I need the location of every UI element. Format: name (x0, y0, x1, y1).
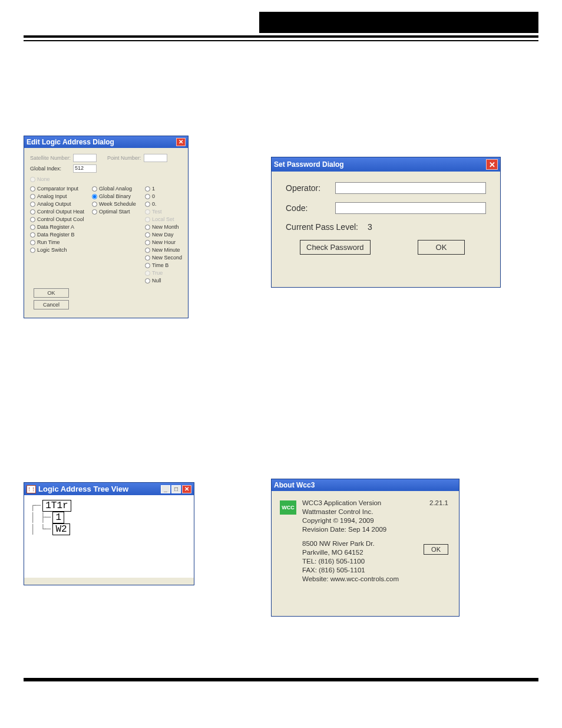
set-password-dialog: Set Password Dialog ✕ Operator: Code: Cu… (271, 157, 501, 288)
elad-radio-new-minute[interactable]: New Minute (145, 247, 182, 253)
elad-radio-new-second[interactable]: New Second (145, 255, 182, 261)
elad-radio-new-hour[interactable]: New Hour (145, 239, 182, 245)
footer-rule (24, 678, 538, 681)
elad-radio-control-output-heat[interactable]: Control Output Heat (30, 209, 88, 215)
about-fax: FAX: (816) 505-1101 (302, 566, 451, 574)
rule-thick (24, 35, 538, 38)
tree-root[interactable]: 1T1r (42, 500, 71, 512)
spd-cpl-value: 3 (368, 222, 372, 232)
about-titlebar[interactable]: About Wcc3 (272, 479, 459, 491)
elad-pt-field[interactable] (144, 154, 167, 162)
elad-radio-analog-output[interactable]: Analog Output (30, 201, 88, 207)
tree-child-2[interactable]: W2 (52, 523, 70, 535)
app-icon: ⋮⋮ (27, 485, 36, 493)
about-tel: TEL: (816) 505-1100 (302, 558, 451, 565)
elad-radio-none (30, 177, 35, 182)
about-version: 2.21.1 (429, 499, 451, 506)
ok-button[interactable]: OK (424, 544, 448, 555)
about-version-label: WCC3 Application Version (302, 499, 381, 506)
elad-radio-new-month[interactable]: New Month (145, 224, 182, 230)
elad-radio-data-register-a[interactable]: Data Register A (30, 224, 88, 230)
logic-address-tree-view: ⋮⋮ Logic Address Tree View _ □ ✕ ┌─1T1r … (24, 482, 194, 585)
elad-radio-0-[interactable]: 0. (145, 201, 182, 207)
elad-radio-global-analog[interactable]: Global Analog (92, 186, 141, 192)
tree-child-1[interactable]: 1 (52, 512, 64, 523)
close-icon[interactable]: ✕ (176, 138, 186, 146)
elad-radio-time-b[interactable]: Time B (145, 262, 182, 268)
elad-radio-week-schedule[interactable]: Week Schedule (92, 201, 141, 207)
tree-titlebar[interactable]: ⋮⋮ Logic Address Tree View _ □ ✕ (24, 483, 194, 495)
about-title: About Wcc3 (274, 481, 315, 489)
elad-sat-field[interactable] (73, 154, 97, 162)
elad-title: Edit Logic Address Dialog (27, 138, 114, 146)
elad-radio-global-binary[interactable]: Global Binary (92, 193, 141, 199)
check-password-button[interactable]: Check Password (300, 240, 371, 255)
header-black-bar (259, 12, 538, 33)
ok-button[interactable]: OK (418, 240, 465, 255)
elad-radio-logic-switch[interactable]: Logic Switch (30, 247, 88, 253)
elad-gi-label: Global Index: (30, 166, 61, 172)
elad-radio-data-register-b[interactable]: Data Register B (30, 232, 88, 238)
code-field[interactable] (335, 202, 486, 214)
elad-radio-local-set: Local Set (145, 216, 182, 222)
elad-radio-test: Test (145, 209, 182, 215)
elad-radio-comparator-input[interactable]: Comparator Input (30, 186, 88, 192)
about-company: Wattmaster Control Inc. (302, 508, 451, 515)
elad-titlebar[interactable]: Edit Logic Address Dialog ✕ (24, 136, 188, 148)
tree-body[interactable]: ┌─1T1r │ ├─1 │ └─W2 (24, 495, 194, 578)
elad-radio-0[interactable]: 0 (145, 193, 182, 199)
elad-radio-new-day[interactable]: New Day (145, 232, 182, 238)
about-revision: Revision Date: Sep 14 2009 (302, 526, 451, 533)
ok-button[interactable]: OK (34, 288, 69, 298)
minimize-icon[interactable]: _ (161, 485, 170, 493)
elad-radio-1[interactable]: 1 (145, 186, 182, 192)
wcc-logo-icon: WCC (280, 500, 296, 515)
spd-title: Set Password Dialog (274, 160, 344, 169)
spd-code-label: Code: (286, 203, 327, 213)
elad-radio-true: True (145, 270, 182, 276)
elad-pt-label: Point Number: (107, 155, 141, 161)
tree-title: Logic Address Tree View (38, 485, 128, 493)
rule-thin (24, 40, 538, 41)
elad-radio-null[interactable]: Null (145, 278, 182, 284)
about-web: Website: www.wcc-controls.com (302, 575, 451, 582)
spd-operator-label: Operator: (286, 183, 327, 193)
about-version-row: WCC3 Application Version 2.21.1 (302, 499, 451, 506)
spd-cpl-label: Current Pass Level: (286, 222, 358, 232)
elad-radio-optimal-start[interactable]: Optimal Start (92, 209, 141, 215)
elad-sat-label: Satellite Number: (30, 155, 71, 161)
elad-radio-control-output-cool[interactable]: Control Output Cool (30, 216, 88, 222)
about-wcc3-dialog: About Wcc3 WCC WCC3 Application Version … (271, 479, 459, 617)
elad-none-label: None (37, 176, 50, 182)
close-icon[interactable]: ✕ (486, 159, 498, 170)
about-copyright: Copyright © 1994, 2009 (302, 517, 451, 524)
elad-radio-analog-input[interactable]: Analog Input (30, 193, 88, 199)
edit-logic-address-dialog: Edit Logic Address Dialog ✕ Satellite Nu… (24, 136, 189, 318)
close-icon[interactable]: ✕ (182, 485, 191, 493)
cancel-button[interactable]: Cancel (34, 300, 69, 309)
elad-gi-field[interactable]: 512 (73, 164, 97, 173)
spd-titlebar[interactable]: Set Password Dialog ✕ (272, 157, 500, 172)
maximize-icon[interactable]: □ (171, 485, 181, 493)
operator-field[interactable] (335, 182, 486, 194)
elad-radio-run-time[interactable]: Run Time (30, 239, 88, 245)
